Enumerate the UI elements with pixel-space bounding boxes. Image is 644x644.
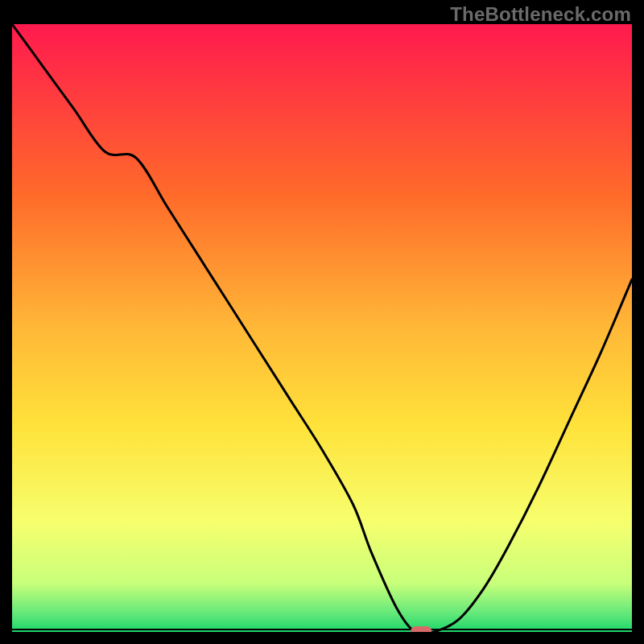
current-position-marker xyxy=(411,626,431,632)
chart-frame: TheBottleneck.com xyxy=(0,0,644,644)
plot-area xyxy=(12,24,632,632)
chart-svg xyxy=(12,24,632,632)
gradient-background xyxy=(12,24,632,632)
watermark-text: TheBottleneck.com xyxy=(450,3,631,26)
